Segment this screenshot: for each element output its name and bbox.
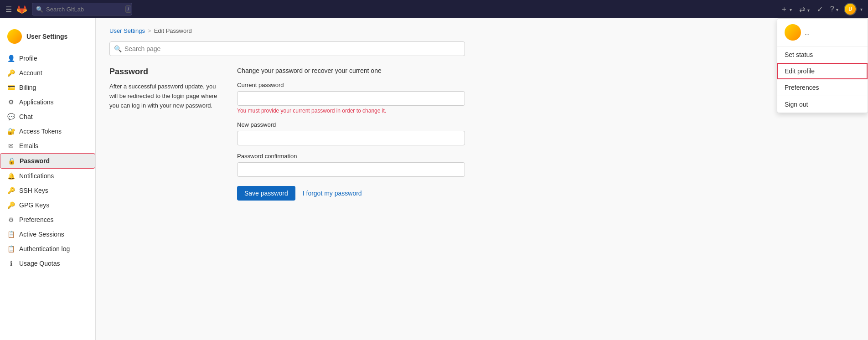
sidebar-item-notifications[interactable]: 🔔 Notifications xyxy=(0,169,95,183)
chat-icon: 💬 xyxy=(7,113,15,120)
breadcrumb-current: Edit Password xyxy=(154,27,192,34)
sidebar-item-active-sessions-label: Active Sessions xyxy=(19,231,64,238)
auth-log-icon: 📋 xyxy=(7,245,15,252)
active-sessions-icon: 📋 xyxy=(7,231,15,238)
dropdown-username: ... xyxy=(805,29,810,36)
new-password-group: New password xyxy=(237,121,465,145)
sidebar-item-applications-label: Applications xyxy=(19,98,54,106)
main-layout: User Settings 👤 Profile 🔑 Account 💳 Bill… xyxy=(0,18,868,340)
sidebar-item-ssh-keys-label: SSH Keys xyxy=(19,187,48,194)
avatar-dropdown-arrow[interactable]: ▾ xyxy=(860,7,863,12)
new-password-input[interactable] xyxy=(237,131,465,145)
section-desc: After a successful password update, you … xyxy=(109,82,219,110)
sidebar-item-chat-label: Chat xyxy=(19,113,33,120)
current-password-hint: You must provide your current password i… xyxy=(237,108,465,114)
sidebar-item-account-label: Account xyxy=(19,69,42,77)
password-confirmation-input[interactable] xyxy=(237,162,465,177)
sidebar-item-profile[interactable]: 👤 Profile xyxy=(0,51,95,66)
main-content: User Settings > Edit Password 🔍 Password… xyxy=(96,18,868,340)
sidebar-item-auth-log-label: Authentication log xyxy=(19,245,70,252)
sidebar: User Settings 👤 Profile 🔑 Account 💳 Bill… xyxy=(0,18,96,340)
sidebar-item-usage-quotas-label: Usage Quotas xyxy=(19,260,60,267)
dropdown-preferences-button[interactable]: Preferences xyxy=(777,79,868,96)
current-password-input[interactable] xyxy=(237,91,465,106)
sidebar-item-applications[interactable]: ⚙ Applications xyxy=(0,95,95,109)
notifications-icon: 🔔 xyxy=(7,172,15,180)
sign-out-button[interactable]: Sign out xyxy=(777,96,868,113)
todos-icon[interactable]: ✓ xyxy=(815,3,825,15)
ssh-keys-icon: 🔑 xyxy=(7,187,15,194)
sidebar-item-authentication-log[interactable]: 📋 Authentication log xyxy=(0,242,95,256)
profile-icon: 👤 xyxy=(7,55,15,62)
topnav-right: ＋ ▾ ⇄ ▾ ✓ ? ▾ U ▾ xyxy=(779,3,863,16)
sidebar-item-emails-label: Emails xyxy=(19,142,38,149)
account-icon: 🔑 xyxy=(7,69,15,77)
current-password-label: Current password xyxy=(237,82,465,88)
password-icon: 🔒 xyxy=(8,157,15,165)
sidebar-item-emails[interactable]: ✉ Emails xyxy=(0,139,95,153)
user-avatar-button[interactable]: U xyxy=(844,3,857,15)
sidebar-item-profile-label: Profile xyxy=(19,55,37,62)
global-search-bar[interactable]: 🔍 / xyxy=(32,3,132,15)
sidebar-item-billing[interactable]: 💳 Billing xyxy=(0,80,95,95)
create-new-icon[interactable]: ＋ ▾ xyxy=(779,3,794,16)
dropdown-avatar xyxy=(785,24,801,41)
breadcrumb-separator: > xyxy=(148,27,151,34)
sidebar-title: User Settings xyxy=(26,33,67,40)
set-status-button[interactable]: Set status xyxy=(777,46,868,63)
sidebar-item-password-label: Password xyxy=(20,157,50,165)
sidebar-item-gpg-keys[interactable]: 🔑 GPG Keys xyxy=(0,198,95,212)
sidebar-item-billing-label: Billing xyxy=(19,84,36,91)
section-title: Password xyxy=(109,67,219,77)
password-section: Password After a successful password upd… xyxy=(109,67,465,201)
sidebar-item-preferences[interactable]: ⚙ Preferences xyxy=(0,212,95,227)
user-dropdown-menu: ... Set status Edit profile Preferences … xyxy=(777,18,868,113)
form-actions: Save password I forgot my password xyxy=(237,186,465,201)
page-search-input[interactable] xyxy=(109,41,465,56)
topnav-left: ☰ 🔍 / xyxy=(5,3,132,15)
gitlab-logo xyxy=(16,4,27,15)
password-confirmation-label: Password confirmation xyxy=(237,153,465,160)
search-icon: 🔍 xyxy=(36,6,43,13)
sidebar-item-preferences-label: Preferences xyxy=(19,216,53,223)
breadcrumb-parent-link[interactable]: User Settings xyxy=(109,27,145,34)
current-password-group: Current password You must provide your c… xyxy=(237,82,465,114)
page-search-wrap: 🔍 xyxy=(109,41,465,56)
sidebar-item-usage-quotas[interactable]: ℹ Usage Quotas xyxy=(0,256,95,271)
change-password-title: Change your password or recover your cur… xyxy=(237,67,465,74)
emails-icon: ✉ xyxy=(7,142,15,149)
top-navigation: ☰ 🔍 / ＋ ▾ ⇄ ▾ ✓ ? ▾ U ▾ xyxy=(0,0,868,18)
sidebar-item-access-tokens[interactable]: 🔐 Access Tokens xyxy=(0,124,95,139)
sidebar-item-password[interactable]: 🔒 Password xyxy=(0,153,95,169)
sidebar-navigation: 👤 Profile 🔑 Account 💳 Billing ⚙ xyxy=(0,51,95,271)
global-search-input[interactable] xyxy=(46,6,123,13)
applications-icon: ⚙ xyxy=(7,98,15,106)
sidebar-item-chat[interactable]: 💬 Chat xyxy=(0,109,95,124)
save-password-button[interactable]: Save password xyxy=(237,186,295,201)
usage-quotas-icon: ℹ xyxy=(7,260,15,267)
section-description: Password After a successful password upd… xyxy=(109,67,219,201)
password-form: Change your password or recover your cur… xyxy=(237,67,465,201)
hamburger-menu-icon[interactable]: ☰ xyxy=(5,5,12,14)
preferences-icon: ⚙ xyxy=(7,216,15,223)
breadcrumb: User Settings > Edit Password xyxy=(109,27,854,34)
search-slash-badge: / xyxy=(125,5,131,13)
forgot-password-link[interactable]: I forgot my password xyxy=(303,190,362,197)
sidebar-item-account[interactable]: 🔑 Account xyxy=(0,66,95,80)
billing-icon: 💳 xyxy=(7,84,15,91)
sidebar-item-active-sessions[interactable]: 📋 Active Sessions xyxy=(0,227,95,242)
sidebar-header: User Settings xyxy=(0,26,95,51)
access-tokens-icon: 🔐 xyxy=(7,128,15,135)
dropdown-user-info: ... xyxy=(777,19,868,46)
edit-profile-button[interactable]: Edit profile xyxy=(777,63,868,79)
page-search-icon: 🔍 xyxy=(114,45,122,52)
sidebar-avatar xyxy=(7,29,22,44)
new-password-label: New password xyxy=(237,121,465,128)
sidebar-item-notifications-label: Notifications xyxy=(19,172,54,180)
merge-requests-icon[interactable]: ⇄ ▾ xyxy=(797,3,811,15)
password-confirmation-group: Password confirmation xyxy=(237,153,465,177)
sidebar-item-access-tokens-label: Access Tokens xyxy=(19,128,62,135)
help-icon[interactable]: ? ▾ xyxy=(828,3,840,15)
sidebar-item-gpg-keys-label: GPG Keys xyxy=(19,201,49,209)
sidebar-item-ssh-keys[interactable]: 🔑 SSH Keys xyxy=(0,183,95,198)
